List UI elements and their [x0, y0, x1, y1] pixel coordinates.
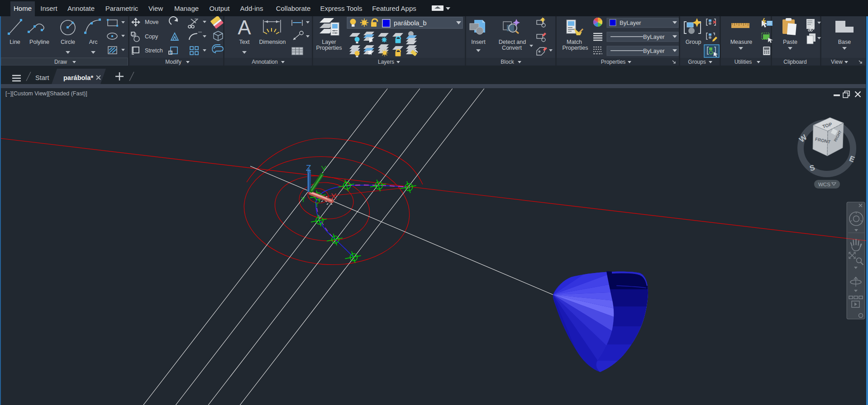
svg-text:[−][Custom View][Shaded (Fast): [−][Custom View][Shaded (Fast)]: [5, 90, 87, 97]
svg-text:Utilities: Utilities: [734, 59, 752, 65]
svg-text:Y: Y: [321, 164, 327, 174]
svg-text:Layer: Layer: [322, 39, 336, 45]
svg-text:Annotation: Annotation: [252, 59, 277, 65]
svg-text:Start: Start: [35, 74, 49, 81]
svg-text:Dimension: Dimension: [259, 39, 286, 45]
svg-text:Clipboard: Clipboard: [783, 59, 806, 65]
svg-text:Measure: Measure: [730, 39, 753, 45]
svg-text:Text: Text: [239, 39, 250, 45]
svg-text:Groups: Groups: [688, 59, 706, 65]
svg-text:Paste: Paste: [783, 39, 797, 45]
svg-text:View: View: [831, 59, 843, 65]
svg-text:Properties: Properties: [316, 45, 342, 51]
svg-text:parábola*: parábola*: [63, 74, 93, 81]
svg-text:ByLayer: ByLayer: [643, 47, 665, 54]
svg-text:Insert: Insert: [471, 39, 486, 45]
svg-text:Properties: Properties: [601, 59, 626, 65]
svg-text:Detect and: Detect and: [499, 39, 526, 45]
svg-text:WCS: WCS: [818, 182, 830, 187]
svg-text:Modify: Modify: [165, 59, 181, 65]
svg-text:Circle: Circle: [61, 39, 75, 45]
svg-text:Properties: Properties: [563, 45, 588, 51]
svg-text:Z: Z: [306, 163, 311, 173]
svg-text:Match: Match: [567, 39, 582, 45]
svg-text:X: X: [331, 192, 337, 201]
svg-text:Convert: Convert: [502, 45, 522, 51]
svg-text:parábola_b: parábola_b: [394, 19, 427, 27]
svg-text:Move: Move: [145, 19, 159, 25]
svg-text:ByLayer: ByLayer: [643, 33, 665, 40]
svg-text:Polyline: Polyline: [29, 39, 49, 45]
svg-text:Copy: Copy: [145, 33, 158, 40]
svg-text:ByLayer: ByLayer: [620, 19, 641, 26]
svg-text:Base: Base: [838, 39, 851, 45]
svg-text:Line: Line: [10, 39, 20, 45]
svg-text:Draw: Draw: [54, 59, 67, 65]
svg-text:Layers: Layers: [378, 59, 394, 65]
svg-text:Stretch: Stretch: [145, 47, 163, 54]
svg-text:A: A: [238, 16, 251, 38]
svg-text:Block: Block: [501, 59, 514, 65]
svg-text:Arc: Arc: [89, 39, 98, 45]
svg-text:Group: Group: [686, 39, 701, 45]
